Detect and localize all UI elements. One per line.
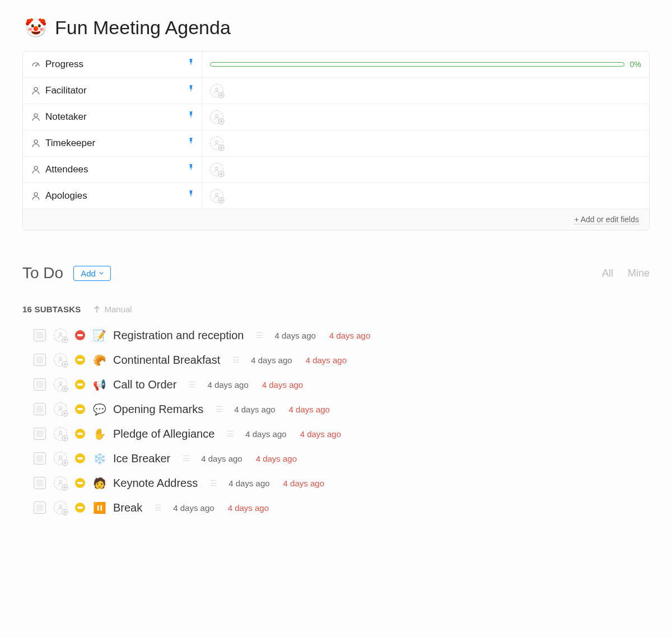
task-title[interactable]: Break <box>113 501 142 514</box>
task-checkbox[interactable] <box>34 354 46 366</box>
task-start-date[interactable]: 4 days ago <box>201 454 242 463</box>
chevron-down-icon <box>99 271 104 275</box>
pin-icon[interactable] <box>187 85 195 92</box>
status-indicator[interactable] <box>75 379 85 390</box>
status-indicator[interactable] <box>75 503 85 513</box>
field-key[interactable]: Attendees <box>23 157 202 182</box>
task-row[interactable]: ✋Pledge of Allegiance☰4 days ago4 days a… <box>34 427 650 440</box>
status-indicator[interactable] <box>75 330 85 340</box>
task-title[interactable]: Opening Remarks <box>113 403 203 416</box>
assign-person[interactable] <box>210 189 223 203</box>
field-value[interactable] <box>202 158 649 181</box>
task-due-date[interactable]: 4 days ago <box>289 405 330 414</box>
task-title[interactable]: Continental Breakfast <box>113 354 220 367</box>
task-assignee[interactable] <box>54 476 67 490</box>
task-checkbox[interactable] <box>34 329 46 341</box>
sort-mode-label: Manual <box>104 304 132 314</box>
status-indicator[interactable] <box>75 429 85 439</box>
add-button[interactable]: Add <box>73 266 111 281</box>
plus-icon <box>62 410 68 417</box>
description-icon: ☰ <box>155 503 162 512</box>
field-row-timekeeper: Timekeeper <box>23 130 649 156</box>
field-key[interactable]: Facilitator <box>23 78 202 104</box>
task-checkbox[interactable] <box>34 403 46 415</box>
sort-mode[interactable]: Manual <box>93 304 132 314</box>
custom-fields-panel: Progress0%FacilitatorNotetakerTimekeeper… <box>22 51 650 231</box>
field-label: Facilitator <box>45 85 87 96</box>
task-assignee[interactable] <box>54 427 67 440</box>
person-icon <box>31 138 41 148</box>
task-title[interactable]: Keynote Address <box>113 477 198 490</box>
field-value[interactable] <box>202 185 649 207</box>
status-indicator[interactable] <box>75 478 85 488</box>
task-start-date[interactable]: 4 days ago <box>234 405 275 414</box>
field-key[interactable]: Timekeeper <box>23 130 202 156</box>
status-indicator[interactable] <box>75 453 85 463</box>
task-start-date[interactable]: 4 days ago <box>251 355 292 365</box>
status-indicator[interactable] <box>75 404 85 414</box>
pin-icon[interactable] <box>187 111 195 119</box>
assign-person[interactable] <box>210 110 223 124</box>
assign-person[interactable] <box>210 137 223 150</box>
assign-person[interactable] <box>210 163 223 176</box>
task-assignee[interactable] <box>54 378 67 391</box>
task-title[interactable]: Call to Order <box>113 378 176 391</box>
task-checkbox[interactable] <box>34 477 46 489</box>
task-start-date[interactable]: 4 days ago <box>245 429 286 439</box>
pin-icon[interactable] <box>187 58 195 66</box>
status-indicator[interactable] <box>75 355 85 365</box>
task-start-date[interactable]: 4 days ago <box>274 331 315 340</box>
progress-bar: 0% <box>210 60 641 69</box>
field-value[interactable]: 0% <box>202 55 649 73</box>
pin-icon[interactable] <box>187 137 195 145</box>
task-row[interactable]: 💬Opening Remarks☰4 days ago4 days ago <box>34 402 650 416</box>
subtasks-bar: 16 SUBTASKS Manual <box>22 304 650 314</box>
task-row[interactable]: 🥐Continental Breakfast☰4 days ago4 days … <box>34 353 650 367</box>
pin-icon[interactable] <box>187 190 195 198</box>
task-assignee[interactable] <box>54 501 67 514</box>
task-title[interactable]: Pledge of Allegiance <box>113 428 214 440</box>
add-edit-fields-link[interactable]: + Add or edit fields <box>574 215 639 224</box>
task-title[interactable]: Ice Breaker <box>113 452 170 465</box>
task-due-date[interactable]: 4 days ago <box>262 380 303 390</box>
task-row[interactable]: 🧑Keynote Address☰4 days ago4 days ago <box>34 476 650 490</box>
task-row[interactable]: ❄️Ice Breaker☰4 days ago4 days ago <box>34 452 650 465</box>
task-checkbox[interactable] <box>34 378 46 391</box>
page-emoji-icon: 🤡 <box>25 19 47 37</box>
task-due-date[interactable]: 4 days ago <box>329 331 370 340</box>
plus-icon <box>62 336 68 343</box>
task-row[interactable]: 📝Registration and reception☰4 days ago4 … <box>34 329 650 342</box>
progress-percent: 0% <box>630 60 641 69</box>
field-value[interactable] <box>202 106 649 128</box>
field-key[interactable]: Apologies <box>23 183 202 209</box>
task-assignee[interactable] <box>54 329 67 342</box>
field-label: Timekeeper <box>45 138 95 149</box>
task-assignee[interactable] <box>54 353 67 367</box>
field-value[interactable] <box>202 79 649 102</box>
task-due-date[interactable]: 4 days ago <box>283 478 324 488</box>
task-due-date[interactable]: 4 days ago <box>300 429 341 439</box>
task-checkbox[interactable] <box>34 452 46 465</box>
field-key[interactable]: Progress <box>23 51 202 77</box>
pin-icon[interactable] <box>187 163 195 171</box>
assign-person[interactable] <box>210 84 223 97</box>
field-value[interactable] <box>202 132 649 154</box>
task-due-date[interactable]: 4 days ago <box>228 503 269 513</box>
task-checkbox[interactable] <box>34 501 46 514</box>
task-due-date[interactable]: 4 days ago <box>306 355 347 365</box>
field-key[interactable]: Notetaker <box>23 104 202 130</box>
task-assignee[interactable] <box>54 402 67 416</box>
field-row-attendees: Attendees <box>23 156 649 182</box>
task-row[interactable]: ⏸️Break☰4 days ago4 days ago <box>34 501 650 514</box>
task-assignee[interactable] <box>54 452 67 465</box>
filter-mine[interactable]: Mine <box>628 268 650 279</box>
task-row[interactable]: 📢Call to Order☰4 days ago4 days ago <box>34 378 650 391</box>
task-start-date[interactable]: 4 days ago <box>228 478 269 488</box>
task-start-date[interactable]: 4 days ago <box>173 503 214 513</box>
task-due-date[interactable]: 4 days ago <box>256 454 297 463</box>
task-checkbox[interactable] <box>34 428 46 440</box>
task-title[interactable]: Registration and reception <box>113 329 244 342</box>
plus-icon <box>62 509 68 515</box>
filter-all[interactable]: All <box>602 268 613 279</box>
task-start-date[interactable]: 4 days ago <box>207 380 248 390</box>
